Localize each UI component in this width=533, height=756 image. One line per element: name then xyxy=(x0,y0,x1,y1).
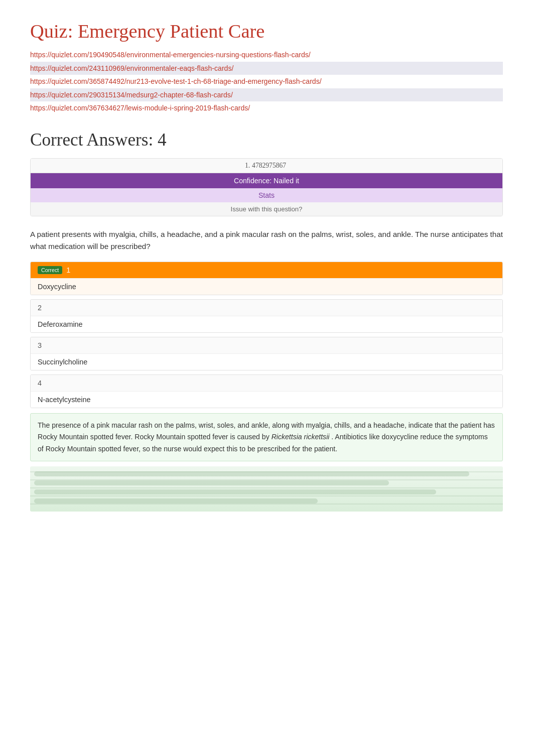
question-text: A patient presents with myalgia, chills,… xyxy=(30,228,503,253)
quiz-card: 1. 4782975867 Confidence: Nailed it Stat… xyxy=(30,158,503,216)
link-3[interactable]: https://quizlet.com/365874492/nur213-evo… xyxy=(30,75,503,88)
card-number-row: 1. 4782975867 xyxy=(31,159,502,173)
correct-badge: Correct xyxy=(38,266,62,274)
answer-index-1: 1 xyxy=(66,266,70,274)
answer-number-4: 4 xyxy=(31,375,502,391)
page-title: Quiz: Emergency Patient Care xyxy=(30,20,503,42)
correct-answers-title: Correct Answers: 4 xyxy=(30,130,503,150)
explanation-box: The presence of a pink macular rash on t… xyxy=(30,413,503,461)
issue-link[interactable]: Issue with this question? xyxy=(31,202,502,216)
link-5[interactable]: https://quizlet.com/367634627/lewis-modu… xyxy=(30,101,503,115)
links-section: https://quizlet.com/190490548/environmen… xyxy=(30,48,503,115)
answer-option-3[interactable]: 3 Succinylcholine xyxy=(30,337,503,370)
answer-text-1: Doxycycline xyxy=(31,278,502,295)
confidence-bar: Confidence: Nailed it xyxy=(31,173,502,188)
answer-text-2: Deferoxamine xyxy=(31,316,502,332)
answer-number-2: 2 xyxy=(31,300,502,316)
stats-button[interactable]: Stats xyxy=(31,188,502,202)
explanation-italic: Rickettsia rickettsii xyxy=(272,433,330,441)
answer-option-1[interactable]: Correct 1 Doxycycline xyxy=(30,262,503,295)
link-4[interactable]: https://quizlet.com/290315134/medsurg2-c… xyxy=(30,88,503,102)
answer-option-4[interactable]: 4 N-acetylcysteine xyxy=(30,374,503,408)
answer-option-2[interactable]: 2 Deferoxamine xyxy=(30,299,503,333)
answer-text-3: Succinylcholine xyxy=(31,353,502,370)
card-id: 4782975867 xyxy=(252,162,286,170)
answer-number-1: Correct 1 xyxy=(31,262,502,278)
answer-text-4: N-acetylcysteine xyxy=(31,391,502,408)
card-list-number: 1. xyxy=(245,162,250,170)
link-1[interactable]: https://quizlet.com/190490548/environmen… xyxy=(30,48,503,62)
blurred-content xyxy=(30,466,503,512)
link-2[interactable]: https://quizlet.com/243110969/environmen… xyxy=(30,62,503,75)
answer-number-3: 3 xyxy=(31,337,502,353)
